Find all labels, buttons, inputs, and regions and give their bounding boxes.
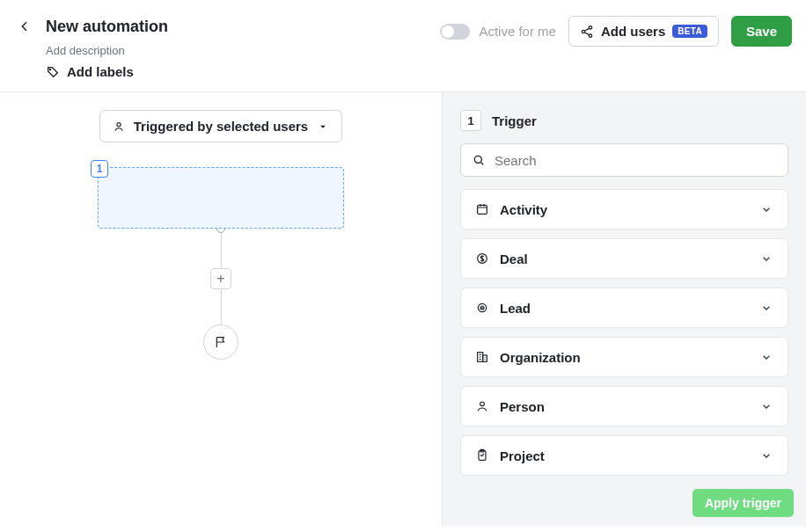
page-title[interactable]: New automation (46, 18, 168, 36)
add-step-button[interactable]: + (210, 268, 231, 289)
search-icon (472, 153, 486, 167)
beta-badge: BETA (672, 25, 707, 38)
trigger-node-wrap: 1 (98, 167, 344, 229)
active-toggle-label: Active for me (479, 24, 556, 39)
building-icon (475, 350, 489, 364)
caret-down-icon (317, 120, 329, 133)
person-icon (113, 120, 125, 133)
trigger-panel: 1 Trigger Activity Dea (442, 92, 806, 526)
main: Triggered by selected users 1 + 1 Trigge… (0, 92, 806, 526)
panel-title-row: 1 Trigger (460, 110, 788, 131)
trigger-user-select-label: Triggered by selected users (134, 119, 308, 134)
category-lead[interactable]: Lead (460, 288, 788, 328)
share-icon (580, 25, 594, 39)
header-right: Active for me Add users BETA Save (440, 16, 792, 47)
category-label: Person (500, 399, 545, 414)
svg-point-4 (117, 122, 121, 126)
chevron-down-icon (759, 350, 773, 364)
category-deal[interactable]: Deal (460, 238, 788, 279)
trigger-node[interactable] (98, 167, 344, 229)
arrow-left-icon (18, 19, 32, 33)
svg-point-3 (589, 34, 591, 37)
chevron-down-icon (759, 399, 773, 413)
panel-step-number: 1 (460, 110, 481, 131)
connector-line (221, 233, 222, 268)
category-person[interactable]: Person (460, 386, 788, 426)
canvas: Triggered by selected users 1 + (0, 92, 442, 526)
category-label: Project (500, 448, 545, 463)
category-label: Activity (500, 202, 547, 217)
target-icon (475, 301, 489, 315)
panel-footer: Apply trigger (680, 480, 806, 526)
save-button[interactable]: Save (731, 16, 792, 47)
header: New automation Add description Add label… (0, 0, 806, 92)
category-activity[interactable]: Activity (460, 189, 788, 230)
svg-point-1 (589, 26, 591, 28)
tag-icon (46, 65, 60, 79)
active-toggle[interactable] (440, 24, 470, 40)
panel-body: 1 Trigger Activity Dea (443, 92, 806, 493)
trigger-user-select[interactable]: Triggered by selected users (99, 110, 342, 142)
calendar-icon (475, 202, 489, 216)
apply-trigger-button[interactable]: Apply trigger (692, 489, 794, 517)
dollar-icon (475, 251, 489, 266)
flag-icon (214, 335, 228, 349)
add-description[interactable]: Add description (46, 44, 168, 57)
chevron-down-icon (759, 202, 773, 216)
category-label: Organization (500, 350, 581, 365)
category-label: Deal (500, 251, 528, 266)
connector-line-2 (221, 289, 222, 324)
category-label: Lead (500, 301, 531, 316)
svg-point-2 (582, 30, 584, 33)
category-project[interactable]: Project (460, 435, 788, 476)
add-users-label: Add users (601, 24, 665, 39)
header-left: New automation Add description Add label… (14, 16, 168, 79)
search-box[interactable] (460, 143, 788, 177)
clipboard-icon (475, 448, 489, 463)
svg-point-5 (474, 156, 481, 163)
svg-point-10 (482, 308, 483, 309)
category-organization[interactable]: Organization (460, 337, 788, 377)
person-icon (475, 399, 489, 413)
chevron-down-icon (759, 301, 773, 315)
title-row: New automation (14, 16, 168, 37)
add-labels[interactable]: Add labels (46, 64, 168, 79)
trigger-step-number: 1 (91, 160, 108, 178)
back-button[interactable] (14, 16, 35, 37)
trigger-category-list: Activity Deal Lead (460, 189, 788, 476)
panel-title: Trigger (492, 113, 537, 128)
search-input[interactable] (495, 153, 777, 168)
svg-point-0 (49, 69, 50, 69)
svg-rect-12 (483, 355, 487, 361)
add-users-button[interactable]: Add users BETA (568, 16, 719, 47)
svg-rect-6 (478, 205, 487, 214)
end-node (203, 324, 238, 360)
chevron-down-icon (759, 448, 773, 463)
chevron-down-icon (759, 251, 773, 266)
active-toggle-wrap: Active for me (440, 24, 556, 40)
svg-point-13 (480, 402, 485, 406)
add-labels-text: Add labels (67, 64, 134, 79)
